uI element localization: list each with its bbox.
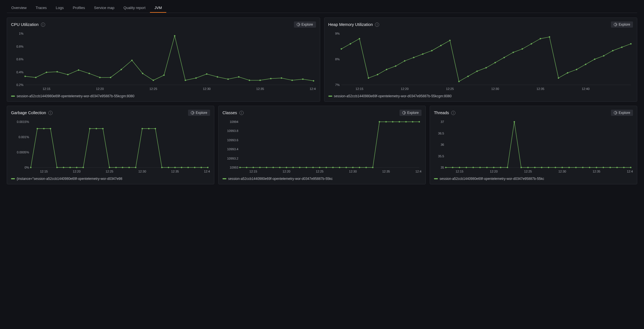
- svg-point-17: [78, 69, 79, 71]
- svg-text:12:40: 12:40: [310, 87, 316, 90]
- info-icon[interactable]: i: [239, 111, 244, 115]
- legend[interactable]: session-a52ccb1440980e69f-opentelemetry-…: [434, 177, 633, 181]
- svg-point-154: [365, 167, 367, 168]
- tab-traces[interactable]: Traces: [31, 3, 51, 13]
- svg-text:10994: 10994: [230, 120, 238, 123]
- svg-point-161: [412, 121, 413, 123]
- svg-text:12:15: 12:15: [355, 87, 363, 90]
- legend[interactable]: session-a52ccb1440980e69f-opentelemetry-…: [11, 94, 316, 98]
- svg-text:12:15: 12:15: [456, 170, 464, 173]
- svg-point-198: [603, 167, 604, 168]
- svg-point-143: [292, 167, 294, 168]
- svg-point-191: [555, 167, 556, 168]
- explore-button[interactable]: Explore: [188, 110, 210, 116]
- svg-point-193: [568, 167, 570, 168]
- svg-point-13: [35, 77, 36, 78]
- svg-point-107: [115, 167, 117, 168]
- svg-point-33: [249, 80, 250, 81]
- svg-point-146: [312, 167, 314, 168]
- svg-point-38: [302, 78, 304, 80]
- gc-chart: 0%0.0005%0.001%0.0015%12:1512:2012:2512:…: [11, 118, 210, 174]
- legend-label: session-a52ccb1440980e69f-opentelemetry-…: [17, 94, 134, 98]
- svg-text:12:25: 12:25: [106, 170, 113, 173]
- explore-label: Explore: [619, 111, 630, 115]
- svg-text:12:15: 12:15: [43, 87, 51, 90]
- svg-point-16: [67, 74, 69, 75]
- svg-point-99: [63, 167, 64, 168]
- legend[interactable]: session-a52ccb1440980e69f-opentelemetry-…: [222, 177, 422, 181]
- svg-point-189: [541, 167, 542, 168]
- tab-jvm[interactable]: JVM: [150, 3, 166, 13]
- svg-point-63: [458, 81, 460, 82]
- svg-text:12:40: 12:40: [582, 87, 590, 90]
- svg-point-147: [319, 167, 320, 168]
- explore-button[interactable]: Explore: [611, 21, 633, 28]
- svg-point-150: [339, 167, 340, 168]
- svg-point-50: [340, 48, 342, 50]
- svg-point-77: [585, 64, 586, 65]
- svg-point-186: [520, 167, 522, 168]
- svg-text:12:35: 12:35: [382, 170, 390, 173]
- compass-icon: [402, 111, 406, 114]
- svg-point-137: [253, 167, 254, 168]
- legend[interactable]: {instance="session-a52ccb1440980e69f-ope…: [11, 177, 210, 181]
- compass-icon: [614, 111, 617, 114]
- svg-point-76: [576, 69, 577, 70]
- svg-point-194: [575, 167, 577, 168]
- svg-point-73: [549, 36, 550, 38]
- svg-point-200: [616, 167, 618, 168]
- legend[interactable]: session-a52ccb1440980e69f-opentelemetry-…: [328, 94, 633, 98]
- legend-label: session-a52ccb1440980e69f-opentelemetry-…: [440, 177, 544, 181]
- svg-text:12:20: 12:20: [73, 170, 81, 173]
- info-icon[interactable]: i: [41, 23, 45, 27]
- tab-overview[interactable]: Overview: [7, 3, 31, 13]
- svg-text:37: 37: [441, 120, 444, 123]
- legend-label: session-a52ccb1440980e69f-opentelemetry-…: [334, 94, 452, 98]
- svg-text:0.0015%: 0.0015%: [17, 120, 29, 123]
- svg-text:36.5: 36.5: [438, 132, 444, 135]
- svg-text:12:30: 12:30: [203, 87, 211, 90]
- tab-logs[interactable]: Logs: [51, 3, 68, 13]
- legend-label: session-a52ccb1440980e69f-opentelemetry-…: [228, 177, 333, 181]
- info-icon[interactable]: i: [48, 111, 53, 115]
- svg-point-192: [562, 167, 563, 168]
- svg-point-31: [227, 78, 229, 80]
- tab-profiles[interactable]: Profiles: [68, 3, 89, 13]
- info-icon[interactable]: i: [451, 111, 455, 115]
- tab-quality-report[interactable]: Quality report: [119, 3, 150, 13]
- svg-text:35: 35: [441, 166, 444, 169]
- svg-text:12:20: 12:20: [283, 170, 291, 173]
- info-icon[interactable]: i: [375, 23, 379, 27]
- svg-text:1%: 1%: [19, 32, 23, 35]
- svg-point-105: [102, 128, 104, 129]
- svg-point-54: [377, 74, 378, 75]
- svg-point-82: [630, 43, 632, 45]
- compass-icon: [297, 23, 300, 26]
- svg-text:7%: 7%: [335, 83, 340, 87]
- svg-point-201: [623, 167, 625, 168]
- svg-point-155: [372, 167, 374, 168]
- svg-text:10993.8: 10993.8: [227, 129, 238, 133]
- svg-point-117: [181, 167, 182, 168]
- svg-point-196: [589, 167, 590, 168]
- explore-label: Explore: [302, 23, 313, 27]
- svg-point-148: [326, 167, 327, 168]
- svg-point-176: [452, 167, 453, 168]
- explore-button[interactable]: Explore: [294, 21, 316, 28]
- explore-button[interactable]: Explore: [611, 110, 633, 116]
- svg-point-138: [259, 167, 261, 168]
- explore-label: Explore: [619, 23, 630, 27]
- svg-point-199: [610, 167, 611, 168]
- svg-point-28: [195, 77, 197, 79]
- svg-point-114: [161, 167, 163, 168]
- card-threads: Threads i Explore 3535.53636.53712:1512:…: [430, 106, 637, 184]
- tab-service-map[interactable]: Service map: [89, 3, 119, 13]
- svg-point-98: [56, 167, 58, 168]
- svg-point-112: [148, 128, 150, 129]
- heap-chart: 7%8%9%12:1512:2012:2512:3012:3512:40: [328, 30, 633, 92]
- svg-point-178: [466, 167, 467, 168]
- svg-point-120: [200, 167, 202, 168]
- svg-point-179: [473, 167, 474, 168]
- explore-button[interactable]: Explore: [400, 110, 422, 116]
- svg-point-78: [594, 59, 595, 60]
